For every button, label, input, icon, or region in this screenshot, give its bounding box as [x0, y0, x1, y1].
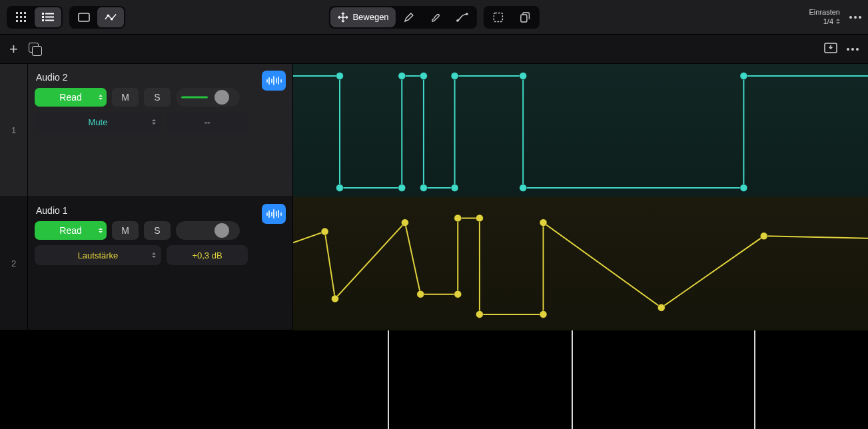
track-name: Audio 2: [36, 72, 286, 83]
automation-node[interactable]: [740, 73, 747, 80]
top-toolbar: Bewegen: [0, 0, 868, 35]
automation-node[interactable]: [540, 219, 547, 226]
snap-value: 1/4: [823, 17, 833, 26]
grid-view-button[interactable]: [8, 7, 35, 27]
automation-node[interactable]: [740, 185, 747, 192]
automation-curve[interactable]: [293, 197, 868, 330]
track-index: 2: [0, 197, 28, 330]
automation-value[interactable]: --: [167, 112, 248, 132]
solo-button[interactable]: S: [144, 221, 171, 240]
automation-mode-select[interactable]: Read: [35, 221, 107, 240]
volume-slider[interactable]: [176, 88, 240, 107]
track-type-icon[interactable]: [262, 204, 286, 224]
import-button[interactable]: [824, 43, 837, 56]
automation-mode-button[interactable]: [97, 7, 124, 27]
volume-slider[interactable]: [176, 221, 240, 240]
curve-tool-button[interactable]: [449, 7, 476, 27]
automation-node[interactable]: [476, 214, 483, 222]
automation-param-select[interactable]: Mute: [35, 112, 161, 132]
automation-line[interactable]: [293, 76, 868, 188]
move-tool-group: Bewegen: [328, 6, 476, 29]
automation-node[interactable]: [401, 219, 408, 226]
automation-param-select[interactable]: Lautstärke: [35, 245, 161, 265]
slider-knob[interactable]: [215, 223, 229, 238]
automation-node[interactable]: [420, 185, 427, 192]
automation-mode-select[interactable]: Read: [35, 88, 107, 107]
svg-rect-5: [24, 16, 26, 18]
automation-node[interactable]: [321, 228, 328, 235]
automation-value[interactable]: +0,3 dB: [167, 245, 248, 265]
automation-node[interactable]: [540, 310, 547, 318]
automation-node[interactable]: [520, 185, 527, 192]
svg-rect-7: [20, 20, 22, 22]
automation-lane[interactable]: [293, 64, 868, 197]
automation-node[interactable]: [520, 73, 527, 80]
svg-rect-1: [20, 12, 22, 14]
svg-rect-10: [45, 13, 54, 14]
snap-control[interactable]: Einrasten 1/4: [809, 8, 840, 25]
timeline-empty: [293, 330, 868, 429]
svg-rect-3: [16, 16, 18, 18]
automation-node[interactable]: [454, 214, 462, 222]
svg-point-19: [466, 13, 468, 15]
svg-point-18: [456, 19, 459, 22]
view-mode-group: [7, 6, 63, 29]
slider-knob[interactable]: [215, 90, 229, 105]
marquee-button[interactable]: [485, 7, 512, 27]
solo-button[interactable]: S: [144, 88, 171, 107]
automation-node[interactable]: [398, 185, 406, 192]
duplicate-track-button[interactable]: [29, 43, 42, 56]
track-type-icon[interactable]: [262, 71, 286, 91]
toolbar-center: Bewegen: [328, 6, 539, 29]
more-menu-button[interactable]: [849, 16, 861, 19]
callout-line: [754, 330, 755, 429]
mute-button[interactable]: M: [112, 221, 139, 240]
track-name: Audio 1: [36, 205, 286, 216]
svg-rect-14: [45, 19, 54, 21]
list-view-button[interactable]: [35, 7, 61, 27]
slider-fill: [181, 97, 208, 99]
waveform-icon: [266, 76, 282, 85]
svg-rect-6: [16, 20, 18, 22]
timeline-area[interactable]: 135791113151719: [293, 64, 868, 429]
automation-lane[interactable]: [293, 197, 868, 330]
automation-curve[interactable]: [293, 64, 868, 197]
automation-node[interactable]: [657, 304, 665, 311]
chevron-updown-icon: [99, 95, 103, 100]
move-tool-button[interactable]: Bewegen: [330, 7, 395, 27]
svg-rect-13: [42, 19, 44, 21]
automation-node[interactable]: [476, 310, 483, 318]
region-mode-button[interactable]: [71, 7, 97, 27]
track-row[interactable]: 1 Audio 2 Read M S: [0, 64, 292, 197]
track-header-bar: +: [0, 35, 868, 64]
copy-button[interactable]: [512, 7, 538, 27]
region-icon: [78, 11, 90, 23]
chevron-updown-icon: [836, 19, 840, 24]
automation-node[interactable]: [417, 290, 424, 298]
grid-icon: [15, 11, 27, 23]
chevron-updown-icon: [152, 252, 156, 258]
add-track-button[interactable]: +: [9, 41, 18, 58]
automation-node[interactable]: [336, 185, 343, 192]
param-label: Lautstärke: [78, 250, 119, 260]
main-area: 1 Audio 2 Read M S: [0, 64, 868, 429]
svg-rect-11: [42, 16, 44, 18]
track-more-button[interactable]: [847, 48, 859, 51]
automation-node[interactable]: [760, 232, 767, 240]
automation-node[interactable]: [398, 73, 406, 80]
svg-rect-0: [16, 12, 18, 14]
svg-point-16: [107, 14, 110, 17]
automation-node[interactable]: [420, 73, 427, 80]
automation-node[interactable]: [451, 185, 458, 192]
automation-node[interactable]: [451, 73, 458, 80]
automation-node[interactable]: [454, 290, 462, 298]
chevron-updown-icon: [152, 119, 156, 125]
snap-label: Einrasten: [809, 8, 840, 17]
pencil-tool-button[interactable]: [396, 7, 422, 27]
brush-tool-button[interactable]: [422, 7, 449, 27]
track-row[interactable]: 2 Audio 1 Read M S: [0, 197, 292, 330]
automation-node[interactable]: [336, 73, 343, 80]
mute-button[interactable]: M: [112, 88, 139, 107]
automation-line[interactable]: [293, 218, 868, 314]
automation-node[interactable]: [331, 295, 338, 302]
